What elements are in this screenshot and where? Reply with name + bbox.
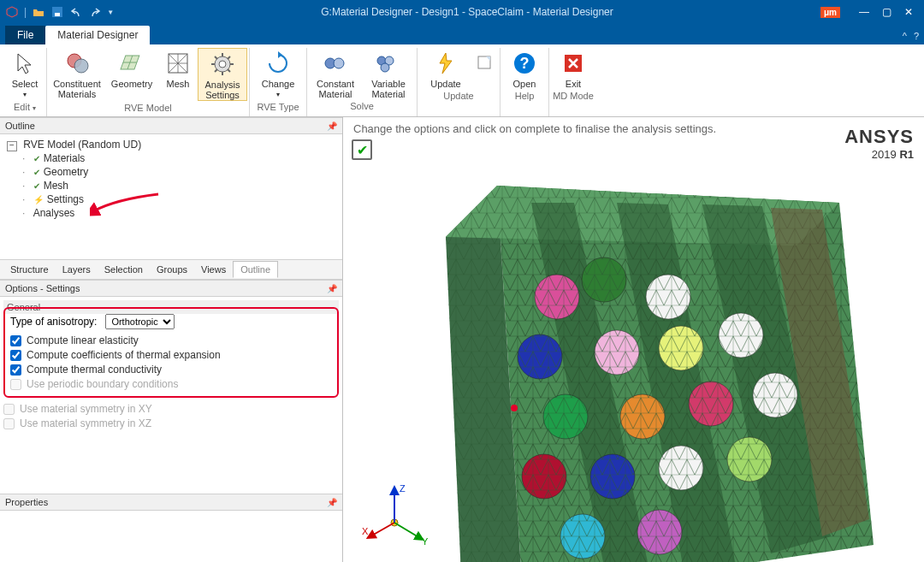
- anisotropy-select[interactable]: Orthotropic: [105, 314, 175, 329]
- svg-line-82: [370, 523, 394, 536]
- axis-y-label: Y: [422, 536, 429, 547]
- checkbox-periodic-bc: [10, 379, 21, 390]
- maximize-button[interactable]: ▢: [876, 3, 897, 21]
- analysis-settings-label: Analysis Settings: [205, 80, 240, 100]
- checkbox-thermal-expansion[interactable]: [10, 350, 21, 361]
- gear-icon: [209, 50, 236, 78]
- material-designer-tab[interactable]: Material Designer: [45, 26, 150, 44]
- tab-views[interactable]: Views: [194, 262, 233, 277]
- tab-groups[interactable]: Groups: [150, 262, 194, 277]
- open-help-button[interactable]: ? Open: [502, 48, 547, 89]
- axis-triad[interactable]: Z X Y: [360, 480, 429, 548]
- svg-line-18: [215, 69, 217, 72]
- undo-icon[interactable]: [69, 5, 83, 19]
- brand-name: ANSYS: [844, 126, 914, 148]
- collapse-icon[interactable]: −: [7, 141, 17, 151]
- mesh-button[interactable]: Mesh: [158, 48, 198, 89]
- svg-point-71: [590, 454, 635, 499]
- qat-sep: |: [24, 6, 27, 18]
- svg-point-24: [381, 63, 389, 72]
- help-icon[interactable]: ?: [914, 31, 919, 41]
- svg-point-21: [334, 58, 344, 68]
- viewport-hint: Change the options and click on complete…: [353, 122, 716, 135]
- exit-button[interactable]: Exit: [551, 48, 595, 89]
- analysis-settings-button[interactable]: Analysis Settings: [198, 48, 247, 101]
- update-options-button[interactable]: [472, 48, 498, 70]
- svg-marker-25: [440, 53, 452, 74]
- outline-panel: Outline 📌 − RVE Model (Random UD) · ✔ Ma…: [0, 117, 342, 280]
- svg-point-62: [518, 334, 562, 379]
- select-button[interactable]: Select ▾: [5, 48, 44, 100]
- model-tree[interactable]: − RVE Model (Random UD) · ✔ Materials · …: [3, 138, 339, 221]
- svg-line-16: [228, 69, 230, 72]
- label-elasticity: Compute linear elasticity: [27, 334, 139, 346]
- geometry-label: Geometry: [111, 79, 152, 89]
- update-button[interactable]: Update: [419, 48, 472, 89]
- exit-icon: [560, 50, 587, 77]
- option-elasticity: Compute linear elasticity: [10, 334, 332, 346]
- option-thermal-expansion: Compute coefficients of thermal expansio…: [10, 349, 332, 361]
- tab-outline[interactable]: Outline: [233, 261, 278, 278]
- anisotropy-label: Type of anisotropy:: [10, 316, 97, 328]
- pin-icon[interactable]: 📌: [327, 284, 337, 293]
- tab-structure[interactable]: Structure: [3, 262, 56, 277]
- qat-dropdown-icon[interactable]: ▼: [107, 9, 114, 16]
- redo-icon[interactable]: [88, 5, 102, 19]
- tree-item-materials[interactable]: · ✔ Materials: [22, 151, 339, 165]
- checkbox-elasticity[interactable]: [10, 335, 21, 346]
- help-circle-icon: ?: [511, 50, 538, 77]
- label-thermal-conductivity: Compute thermal conductivity: [27, 364, 162, 376]
- svg-point-59: [535, 275, 579, 319]
- tree-root[interactable]: − RVE Model (Random UD) · ✔ Materials · …: [7, 138, 339, 221]
- svg-point-74: [560, 514, 605, 559]
- ribbon-collapse-icon[interactable]: ^: [903, 31, 907, 41]
- tree-item-geometry[interactable]: · ✔ Geometry: [22, 165, 339, 179]
- checkbox-thermal-conductivity[interactable]: [10, 364, 21, 376]
- close-button[interactable]: ✕: [898, 3, 919, 21]
- svg-line-17: [228, 56, 230, 59]
- tab-layers[interactable]: Layers: [56, 262, 98, 277]
- svg-point-67: [620, 394, 665, 439]
- outline-header: Outline 📌: [0, 117, 342, 134]
- open-icon[interactable]: [32, 5, 45, 19]
- options-header: Options - Settings 📌: [0, 280, 342, 297]
- quick-access-toolbar: | ▼: [5, 5, 114, 19]
- save-icon[interactable]: [50, 5, 64, 19]
- constituent-materials-button[interactable]: Constituent Materials: [49, 48, 105, 99]
- ribbon-group-edit: Select ▾ Edit ▾: [3, 48, 47, 116]
- option-periodic-bc: Use periodic boundary conditions: [10, 378, 332, 390]
- mesh-icon: [164, 50, 192, 77]
- unit-badge[interactable]: μm: [820, 7, 840, 18]
- ribbon-group-mode: Exit MD Mode: [549, 48, 597, 116]
- exit-label: Exit: [566, 79, 581, 89]
- properties-panel: Properties 📌: [0, 494, 342, 562]
- ribbon-group-rve: Constituent Materials Geometry Mesh Anal…: [47, 48, 250, 116]
- group-label-rve: RVE Model: [49, 101, 247, 115]
- change-button[interactable]: Change ▾: [252, 48, 305, 100]
- pin-icon[interactable]: 📌: [327, 498, 337, 507]
- change-label: Change: [262, 79, 295, 89]
- svg-marker-0: [7, 7, 17, 17]
- constant-material-button[interactable]: Constant Material: [309, 48, 362, 99]
- ribbon-group-update: Update Update: [418, 48, 500, 116]
- tab-selection[interactable]: Selection: [98, 262, 150, 277]
- tree-item-settings[interactable]: · ⚡ Settings: [22, 192, 339, 206]
- tree-item-analyses[interactable]: · Analyses: [22, 206, 339, 220]
- svg-marker-19: [278, 51, 282, 58]
- 3d-viewport[interactable]: Change the options and click on complete…: [343, 117, 924, 562]
- complete-button[interactable]: ✔: [352, 139, 372, 160]
- file-tab[interactable]: File: [5, 26, 45, 44]
- svg-point-75: [637, 510, 682, 554]
- window-title: G:Material Designer - Design1 - SpaceCla…: [114, 6, 820, 18]
- pin-icon[interactable]: 📌: [327, 121, 337, 131]
- dropdown-icon: ▾: [276, 90, 280, 100]
- variable-material-button[interactable]: Variable Material: [362, 48, 415, 99]
- svg-point-10: [219, 61, 226, 68]
- geometry-button[interactable]: Geometry: [105, 48, 158, 89]
- tree-item-mesh[interactable]: · ✔ Mesh: [22, 179, 339, 192]
- svg-point-64: [659, 326, 703, 370]
- svg-rect-2: [55, 13, 60, 16]
- minimize-button[interactable]: —: [854, 3, 874, 21]
- materials-icon: [63, 50, 91, 77]
- label-periodic-bc: Use periodic boundary conditions: [27, 378, 178, 390]
